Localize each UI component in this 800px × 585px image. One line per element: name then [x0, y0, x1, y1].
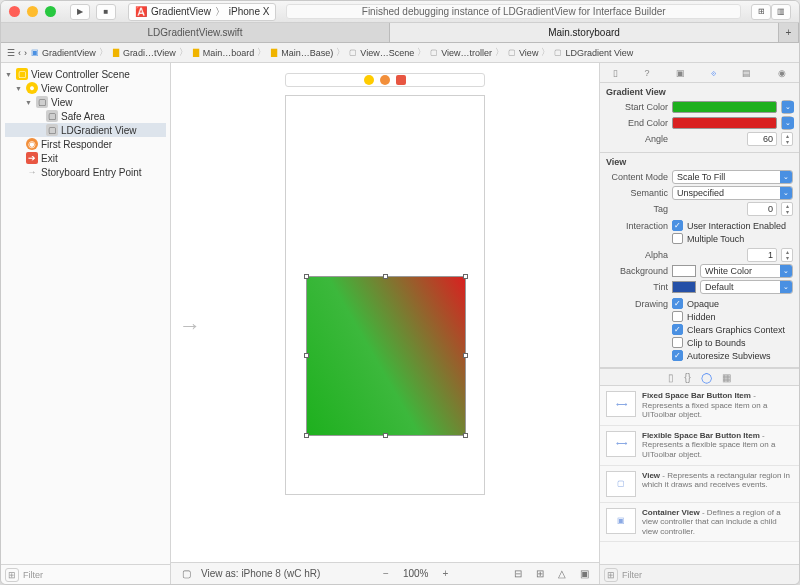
library-button[interactable]: ⊞ — [751, 4, 771, 20]
pin-icon[interactable]: ⊞ — [533, 567, 547, 581]
resize-handle[interactable] — [383, 433, 388, 438]
file-inspector-tab[interactable]: ▯ — [613, 68, 618, 78]
breadcrumb[interactable]: ▣GradientView — [30, 48, 96, 58]
resize-handle[interactable] — [463, 433, 468, 438]
library-item[interactable]: ▣Container View - Defines a region of a … — [600, 503, 799, 543]
breadcrumb[interactable]: ▢LDGradient View — [553, 48, 633, 58]
end-color-menu[interactable]: ⌄ — [781, 116, 793, 130]
outline-vc[interactable]: View Controller — [41, 83, 109, 94]
scheme-selector[interactable]: 🅰️ GradientView 〉 iPhone X — [128, 3, 276, 21]
breadcrumb[interactable]: ▢View…troller — [429, 48, 492, 58]
device-config-icon[interactable]: ▢ — [179, 567, 193, 581]
resize-handle[interactable] — [304, 274, 309, 279]
outline-scene[interactable]: View Controller Scene — [31, 69, 130, 80]
entry-arrow-icon: → — [179, 313, 201, 339]
start-color-menu[interactable]: ⌄ — [781, 100, 793, 114]
grid-view-icon[interactable]: ⊞ — [604, 568, 618, 582]
view-as-button[interactable]: View as: iPhone 8 (wC hR) — [201, 568, 320, 579]
size-inspector-tab[interactable]: ▤ — [742, 68, 751, 78]
outline-exit[interactable]: Exit — [41, 153, 58, 164]
angle-field[interactable]: 60 — [747, 132, 777, 146]
help-inspector-tab[interactable]: ? — [644, 68, 649, 78]
background-swatch[interactable] — [672, 265, 696, 277]
object-library[interactable]: ⟷Fixed Space Bar Button Item - Represent… — [600, 386, 799, 564]
autoresize-checkbox[interactable]: ✓ — [672, 350, 683, 361]
stop-button[interactable]: ■ — [96, 4, 116, 20]
start-color-well[interactable] — [672, 101, 777, 113]
library-item[interactable]: ⟷Flexible Space Bar Button Item - Repres… — [600, 426, 799, 466]
run-button[interactable]: ▶ — [70, 4, 90, 20]
interaction-label: Interaction — [606, 221, 668, 231]
breadcrumb[interactable]: ▇Main…Base) — [269, 48, 333, 58]
gradient-view-canvas[interactable] — [306, 276, 466, 436]
breadcrumb[interactable]: ▢View — [507, 48, 538, 58]
clip-bounds-checkbox[interactable] — [672, 337, 683, 348]
attributes-inspector-tab[interactable]: ⟐ — [711, 68, 716, 78]
resize-handle[interactable] — [383, 274, 388, 279]
breadcrumb[interactable]: ▇Gradi…tView — [111, 48, 176, 58]
multiple-touch-checkbox[interactable] — [672, 233, 683, 244]
breadcrumb[interactable]: ▇Main…board — [191, 48, 255, 58]
zoom-out-button[interactable]: − — [377, 568, 395, 579]
tint-popup[interactable]: Default⌄ — [700, 280, 793, 294]
outline-gradient-view[interactable]: LDGradient View — [61, 125, 136, 136]
object-lib-tab[interactable]: ◯ — [701, 372, 712, 383]
identity-inspector-tab[interactable]: ▣ — [676, 68, 685, 78]
forward-button[interactable]: › — [24, 48, 27, 58]
angle-stepper[interactable]: ▴▾ — [781, 132, 793, 146]
opaque-label: Opaque — [687, 299, 719, 309]
resize-handle[interactable] — [304, 353, 309, 358]
new-tab-button[interactable]: + — [779, 23, 799, 42]
zoom-in-button[interactable]: + — [436, 568, 454, 579]
clip-bounds-label: Clip to Bounds — [687, 338, 746, 348]
close-window-button[interactable] — [9, 6, 20, 17]
canvas-area[interactable]: → — [171, 63, 599, 562]
library-item[interactable]: ▢View - Represents a rectangular region … — [600, 466, 799, 503]
user-interaction-checkbox[interactable]: ✓ — [672, 220, 683, 231]
tab-swift-file[interactable]: LDGradientView.swift — [1, 23, 390, 42]
resize-handle[interactable] — [463, 353, 468, 358]
zoom-level[interactable]: 100% — [403, 568, 429, 579]
align-icon[interactable]: ⊟ — [511, 567, 525, 581]
outline-entry-point[interactable]: Storyboard Entry Point — [41, 167, 142, 178]
outline-filter-input[interactable]: Filter — [23, 570, 43, 580]
outline-first-responder[interactable]: First Responder — [41, 139, 112, 150]
filter-icon[interactable]: ⊞ — [5, 568, 19, 582]
media-lib-tab[interactable]: ▦ — [722, 372, 731, 383]
panels-button[interactable]: ▥ — [771, 4, 791, 20]
outline-safe-area[interactable]: Safe Area — [61, 111, 105, 122]
code-snippet-lib-tab[interactable]: {} — [684, 372, 691, 383]
embed-icon[interactable]: ▣ — [577, 567, 591, 581]
scene-dock[interactable] — [285, 73, 485, 87]
vc-dock-icon[interactable] — [364, 75, 374, 85]
resolve-icon[interactable]: △ — [555, 567, 569, 581]
tag-field[interactable]: 0 — [747, 202, 777, 216]
tab-storyboard[interactable]: Main.storyboard — [390, 23, 779, 42]
responder-dock-icon[interactable] — [380, 75, 390, 85]
alpha-stepper[interactable]: ▴▾ — [781, 248, 793, 262]
back-button[interactable]: ‹ — [18, 48, 21, 58]
breadcrumb[interactable]: ▢View…Scene — [348, 48, 414, 58]
library-item[interactable]: ⟷Fixed Space Bar Button Item - Represent… — [600, 386, 799, 426]
hidden-checkbox[interactable] — [672, 311, 683, 322]
opaque-checkbox[interactable]: ✓ — [672, 298, 683, 309]
resize-handle[interactable] — [304, 433, 309, 438]
zoom-window-button[interactable] — [45, 6, 56, 17]
clears-context-checkbox[interactable]: ✓ — [672, 324, 683, 335]
end-color-well[interactable] — [672, 117, 777, 129]
related-items-icon[interactable]: ☰ — [7, 48, 15, 58]
semantic-popup[interactable]: Unspecified⌄ — [672, 186, 793, 200]
resize-handle[interactable] — [463, 274, 468, 279]
tag-stepper[interactable]: ▴▾ — [781, 202, 793, 216]
minimize-window-button[interactable] — [27, 6, 38, 17]
library-filter-input[interactable]: Filter — [622, 570, 642, 580]
outline-view[interactable]: View — [51, 97, 73, 108]
connections-inspector-tab[interactable]: ◉ — [778, 68, 786, 78]
alpha-field[interactable]: 1 — [747, 248, 777, 262]
exit-dock-icon[interactable] — [396, 75, 406, 85]
content-mode-popup[interactable]: Scale To Fill⌄ — [672, 170, 793, 184]
file-template-lib-tab[interactable]: ▯ — [668, 372, 674, 383]
background-popup[interactable]: White Color⌄ — [700, 264, 793, 278]
device-frame[interactable] — [285, 95, 485, 495]
tint-swatch[interactable] — [672, 281, 696, 293]
